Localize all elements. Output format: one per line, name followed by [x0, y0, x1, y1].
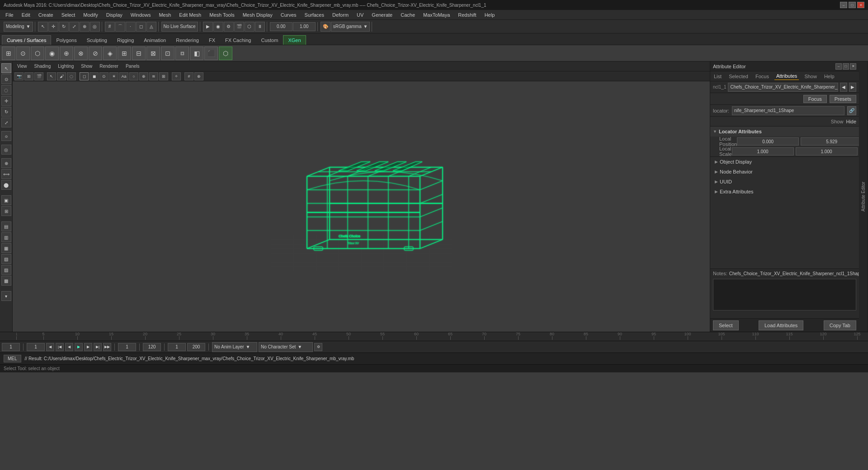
more-btn[interactable]: ▾ [1, 291, 11, 301]
anim-layer-dropdown[interactable]: No Anim Layer ▼ [212, 342, 257, 352]
vp-light-btn[interactable]: ☀ [109, 72, 118, 80]
vp-orig-btn[interactable]: ⊕ [194, 72, 203, 80]
ui-btn6[interactable]: ▨ [1, 265, 11, 275]
local-pos-y[interactable] [801, 137, 859, 146]
ae-minimize-btn[interactable]: – [835, 63, 842, 70]
menu-surfaces[interactable]: Surfaces [301, 11, 328, 19]
full-range-start[interactable] [168, 343, 186, 351]
shelf-icon-1[interactable]: ⊞ [2, 47, 15, 60]
full-range-end[interactable] [187, 343, 205, 351]
lasso-btn[interactable]: ◌ [1, 85, 11, 95]
last-frame-btn[interactable]: ▶▶ [103, 343, 111, 351]
snap-btn[interactable]: ⊕ [1, 158, 11, 168]
shelf-icon-2[interactable]: ⊙ [16, 47, 30, 60]
menu-mesh-tools[interactable]: Mesh Tools [206, 11, 238, 19]
snap-surface-btn[interactable]: ◻ [136, 22, 146, 32]
vp-view-btn[interactable]: View [14, 63, 30, 70]
current-frame-input[interactable] [2, 343, 20, 351]
snap-view-btn[interactable]: ◬ [146, 22, 156, 32]
shelf-icon-10[interactable]: ⊟ [132, 47, 146, 60]
ui-btn7[interactable]: ▩ [1, 276, 11, 286]
attr-tab-show[interactable]: Show [802, 73, 819, 80]
shelf-icon-14[interactable]: ◧ [190, 47, 203, 60]
node-behavior-section[interactable]: ▶ Node Behavior [710, 167, 859, 177]
move-tool-btn[interactable]: ✛ [48, 22, 58, 32]
menu-select[interactable]: Select [58, 11, 79, 19]
presets-button[interactable]: Presets [830, 95, 856, 103]
shelf-tab-fx[interactable]: FX [204, 35, 220, 45]
next-frame-btn[interactable]: ▶ [84, 343, 92, 351]
annotation-btn[interactable]: ▣ [1, 195, 11, 205]
menu-generate[interactable]: Generate [368, 11, 396, 19]
menu-deform[interactable]: Deform [329, 11, 352, 19]
menu-uv[interactable]: UV [353, 11, 367, 19]
show-manip-btn[interactable]: ⌾ [1, 131, 11, 141]
viewport-canvas[interactable]: Chefs Choice Trizor XV persp [13, 81, 710, 332]
select-mode-btn[interactable]: ↖ [1, 63, 11, 73]
scale-btn[interactable]: ⤢ [1, 118, 11, 127]
menu-windows[interactable]: Windows [127, 11, 155, 19]
vp-iso-btn[interactable]: ⟡ [172, 72, 181, 80]
extra-attributes-section[interactable]: ▶ Extra Attributes [710, 187, 859, 197]
scale-tool-btn[interactable]: ⤢ [69, 22, 79, 32]
snap-point-btn[interactable]: · [126, 22, 136, 32]
vp-shading-btn[interactable]: Shading [32, 63, 54, 70]
shelf-icon-9[interactable]: ⊞ [118, 47, 131, 60]
ae-maximize-btn[interactable]: □ [843, 63, 849, 70]
object-display-section[interactable]: ▶ Object Display [710, 157, 859, 167]
mode-badge[interactable]: MEL [4, 355, 21, 362]
shelf-icon-8[interactable]: ◈ [103, 47, 117, 60]
paint-sel-btn[interactable]: ⊙ [1, 74, 11, 84]
shelf-tab-fx-caching[interactable]: FX Caching [220, 35, 256, 45]
shelf-tab-custom[interactable]: Custom [256, 35, 283, 45]
local-scale-y[interactable] [796, 147, 858, 155]
shelf-icon-15[interactable]: ⬛ [204, 47, 218, 60]
shelf-tab-xgen[interactable]: XGen [283, 35, 306, 45]
menu-modify[interactable]: Modify [80, 11, 101, 19]
vp-paint-btn[interactable]: 🖌 [57, 72, 66, 80]
select-button[interactable]: Select [713, 320, 739, 330]
menu-maxtomaya[interactable]: MaxToMaya [420, 11, 453, 19]
locator-input[interactable] [732, 106, 844, 115]
mode-dropdown[interactable]: Modeling ▼ [4, 22, 33, 32]
locator-link-btn[interactable]: 🔗 [847, 106, 856, 115]
shelf-tab-polygons[interactable]: Polygons [51, 35, 81, 45]
render-pause-btn[interactable]: ⏸ [255, 22, 265, 32]
hide-link[interactable]: Hide [846, 119, 856, 124]
live-surface-dropdown[interactable]: No Live Surface [161, 22, 198, 32]
node-next-btn[interactable]: ▶ [849, 83, 856, 92]
menu-edit[interactable]: Edit [18, 11, 34, 19]
move-btn[interactable]: ✛ [1, 96, 11, 106]
ui-btn4[interactable]: ▦ [1, 243, 11, 253]
shelf-icon-xgen[interactable]: ⬡ [219, 47, 232, 60]
shelf-icon-13[interactable]: ⧈ [175, 47, 189, 60]
value2-input[interactable] [293, 22, 316, 31]
prev-key-btn[interactable]: |◀ [56, 343, 64, 351]
vp-show-btn[interactable]: Show [78, 63, 95, 70]
vp-shade-btn[interactable]: ◼ [90, 72, 99, 80]
next-key-btn[interactable]: ▶| [94, 343, 102, 351]
shelf-tab-rigging[interactable]: Rigging [112, 35, 139, 45]
ui-btn2[interactable]: ▤ [1, 221, 11, 231]
ae-close-btn[interactable]: ✕ [850, 63, 856, 70]
attr-tab-list[interactable]: List [712, 73, 723, 80]
vp-grid-btn[interactable]: # [184, 72, 193, 80]
attr-content[interactable]: ▼ Locator Attributes Local Position Loca… [710, 127, 859, 268]
menu-redshift[interactable]: Redshift [454, 11, 480, 19]
vp-dof-btn[interactable]: ⊕ [139, 72, 148, 80]
value1-input[interactable] [270, 22, 292, 31]
node-name-button[interactable]: Chefs_Choice_Trizor_XV_Electric_Knife_Sh… [728, 83, 838, 92]
render-btn[interactable]: ▶ [203, 22, 213, 32]
char-set-dropdown[interactable]: No Character Set ▼ [259, 342, 313, 352]
focus-button[interactable]: Focus [803, 95, 827, 103]
viewport[interactable]: View Shading Lighting Show Renderer Pane… [13, 61, 710, 332]
uuid-section[interactable]: ▶ UUID [710, 177, 859, 187]
ui-btn1[interactable]: ⊞ [1, 206, 11, 216]
soft-sel-btn[interactable]: ◎ [1, 145, 11, 155]
symmetry-btn[interactable]: ⟺ [1, 169, 11, 179]
minimize-button[interactable]: – [840, 2, 847, 8]
ipr-btn[interactable]: ◉ [213, 22, 223, 32]
menu-mesh-display[interactable]: Mesh Display [239, 11, 276, 19]
shelf-icon-12[interactable]: ⊡ [161, 47, 175, 60]
vp-panels-btn[interactable]: Panels [123, 63, 142, 70]
